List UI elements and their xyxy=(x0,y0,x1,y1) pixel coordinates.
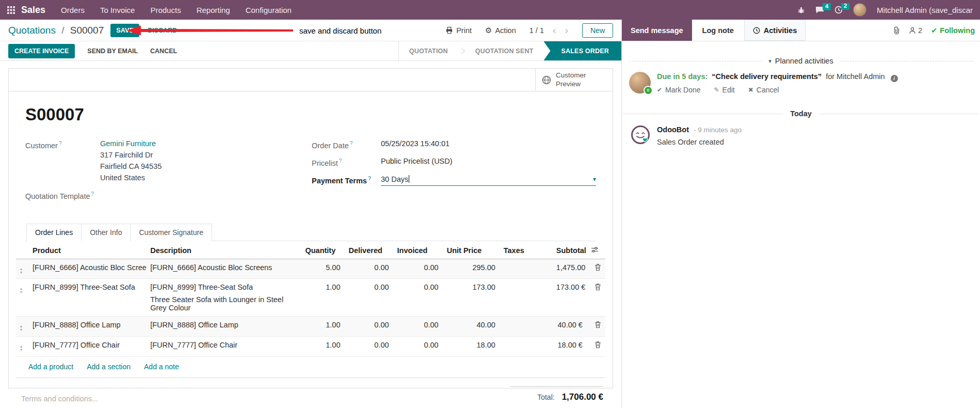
customer-link[interactable]: Gemini Furniture xyxy=(100,139,156,148)
col-invoiced[interactable]: Invoiced xyxy=(393,241,443,259)
followers-button[interactable]: 2 xyxy=(909,26,922,35)
message-author[interactable]: OdooBot xyxy=(657,125,689,134)
cell-description[interactable]: [FURN_7777] Office Chair xyxy=(146,337,301,357)
following-button[interactable]: ✔ Following xyxy=(931,26,975,35)
cell-invoiced[interactable]: 0.00 xyxy=(393,317,443,337)
cell-unit-price[interactable]: 40.00 xyxy=(443,317,500,337)
cancel-activity-button[interactable]: ✖ Cancel xyxy=(748,86,779,94)
cell-quantity[interactable]: 1.00 xyxy=(301,279,344,317)
cell-product[interactable]: [FURN_8888] Office Lamp xyxy=(28,317,146,337)
col-product[interactable]: Product xyxy=(28,241,146,259)
action-button[interactable]: ⚙ Action xyxy=(485,26,516,35)
add-product-link[interactable]: Add a product xyxy=(28,363,73,371)
cell-product[interactable]: [FURN_7777] Office Chair xyxy=(28,337,146,357)
col-quantity[interactable]: Quantity xyxy=(301,241,344,259)
cell-description[interactable]: [FURN_6666] Acoustic Bloc Screens xyxy=(146,259,301,279)
app-name[interactable]: Sales xyxy=(21,5,45,15)
drag-handle[interactable]: ▴▾ xyxy=(20,287,22,294)
create-invoice-button[interactable]: CREATE INVOICE xyxy=(8,44,75,58)
drag-handle[interactable]: ▴▾ xyxy=(20,345,22,352)
activities-tab[interactable]: Activities xyxy=(744,20,806,41)
pricelist-value[interactable]: Public Pricelist (USD) xyxy=(381,155,453,169)
cell-product[interactable]: [FURN_6666] Acoustic Bloc Screens xyxy=(28,259,146,279)
order-line-row[interactable]: ▴▾ [FURN_7777] Office Chair [FURN_7777] … xyxy=(16,337,605,357)
cell-quantity[interactable]: 1.00 xyxy=(301,317,344,337)
apps-menu[interactable]: Sales xyxy=(7,5,45,15)
col-taxes[interactable]: Taxes xyxy=(500,241,552,259)
cell-quantity[interactable]: 5.00 xyxy=(301,259,344,279)
drag-handle[interactable]: ▴▾ xyxy=(20,268,22,275)
drag-handle[interactable]: ▴▾ xyxy=(20,325,22,332)
col-delivered[interactable]: Delivered xyxy=(345,241,393,259)
menu-configuration[interactable]: Configuration xyxy=(246,6,292,14)
cancel-button[interactable]: CANCEL xyxy=(150,48,177,55)
message-text: Sales Order created xyxy=(657,137,742,147)
print-button[interactable]: Print xyxy=(445,26,472,35)
col-description[interactable]: Description xyxy=(146,241,301,259)
cell-description[interactable]: [FURN_8999] Three-Seat Sofa Three Seater… xyxy=(146,279,301,317)
tab-customer-signature[interactable]: Customer Signature xyxy=(131,224,212,241)
debug-bug-icon[interactable] xyxy=(797,6,805,14)
cell-delivered[interactable]: 0.00 xyxy=(345,279,393,317)
planned-activities-toggle[interactable]: ▾ Planned activities xyxy=(768,57,833,65)
order-line-row[interactable]: ▴▾ [FURN_6666] Acoustic Bloc Screens [FU… xyxy=(16,259,605,279)
menu-reporting[interactable]: Reporting xyxy=(197,6,230,14)
tab-order-lines[interactable]: Order Lines xyxy=(26,224,82,241)
new-button[interactable]: New xyxy=(582,23,613,38)
cell-taxes[interactable] xyxy=(500,259,552,279)
delete-row-icon[interactable] xyxy=(595,264,601,273)
menu-to-invoice[interactable]: To Invoice xyxy=(100,6,135,14)
cell-product[interactable]: [FURN_8999] Three-Seat Sofa xyxy=(28,279,146,317)
cell-taxes[interactable] xyxy=(500,317,552,337)
cell-invoiced[interactable]: 0.00 xyxy=(393,259,443,279)
cell-delivered[interactable]: 0.00 xyxy=(345,259,393,279)
pager-next-icon[interactable]: › xyxy=(565,25,569,36)
customer-preview-button[interactable]: Customer Preview xyxy=(535,69,613,91)
add-note-link[interactable]: Add a note xyxy=(144,363,179,371)
messages-icon[interactable]: 4 xyxy=(815,6,824,14)
cell-quantity[interactable]: 1.00 xyxy=(301,337,344,357)
payment-terms-input[interactable]: 30 Days ▾ xyxy=(381,173,596,186)
terms-placeholder[interactable]: Terms and conditions... xyxy=(21,395,98,403)
cell-invoiced[interactable]: 0.00 xyxy=(393,279,443,317)
cell-unit-price[interactable]: 295.00 xyxy=(443,259,500,279)
delete-row-icon[interactable] xyxy=(595,342,601,350)
attachment-paperclip-icon[interactable] xyxy=(893,26,900,35)
log-note-button[interactable]: Log note xyxy=(692,20,744,41)
tab-other-info[interactable]: Other Info xyxy=(82,224,131,241)
col-subtotal[interactable]: Subtotal xyxy=(552,241,587,259)
cell-delivered[interactable]: 0.00 xyxy=(345,337,393,357)
apps-grid-icon[interactable] xyxy=(7,6,15,14)
order-date-value[interactable]: 05/25/2023 15:40:01 xyxy=(381,138,449,151)
cell-description[interactable]: [FURN_8888] Office Lamp xyxy=(146,317,301,337)
stage-sales-order[interactable]: SALES ORDER xyxy=(544,41,622,60)
dropdown-caret-icon[interactable]: ▾ xyxy=(593,174,596,185)
cell-invoiced[interactable]: 0.00 xyxy=(393,337,443,357)
info-icon[interactable]: i xyxy=(891,75,898,82)
cell-delivered[interactable]: 0.00 xyxy=(345,317,393,337)
send-message-button[interactable]: Send message xyxy=(622,20,692,41)
order-line-row[interactable]: ▴▾ [FURN_8999] Three-Seat Sofa [FURN_899… xyxy=(16,279,605,317)
delete-row-icon[interactable] xyxy=(595,284,601,292)
optional-columns-button[interactable] xyxy=(587,241,605,259)
edit-activity-button[interactable]: ✎ Edit xyxy=(714,86,735,94)
delete-row-icon[interactable] xyxy=(595,322,601,330)
add-section-link[interactable]: Add a section xyxy=(87,363,131,371)
col-unit-price[interactable]: Unit Price xyxy=(443,241,500,259)
activities-clock-icon[interactable]: 2 xyxy=(834,6,843,14)
menu-products[interactable]: Products xyxy=(150,6,181,14)
cell-taxes[interactable] xyxy=(500,279,552,317)
user-name[interactable]: Mitchell Admin (save_discar xyxy=(877,6,973,14)
send-by-email-button[interactable]: SEND BY EMAIL xyxy=(87,48,138,55)
stage-quotation-sent[interactable]: QUOTATION SENT xyxy=(465,41,544,60)
breadcrumb-quotations[interactable]: Quotations xyxy=(8,25,56,36)
cell-taxes[interactable] xyxy=(500,337,552,357)
user-avatar[interactable] xyxy=(853,3,866,17)
menu-orders[interactable]: Orders xyxy=(61,6,85,14)
stage-quotation[interactable]: QUOTATION xyxy=(399,41,458,60)
cell-unit-price[interactable]: 18.00 xyxy=(443,337,500,357)
pager-previous-icon[interactable]: ‹ xyxy=(552,25,556,36)
mark-done-button[interactable]: ✔ Mark Done xyxy=(657,86,701,94)
order-line-row[interactable]: ▴▾ [FURN_8888] Office Lamp [FURN_8888] O… xyxy=(16,317,605,337)
cell-unit-price[interactable]: 173.00 xyxy=(443,279,500,317)
